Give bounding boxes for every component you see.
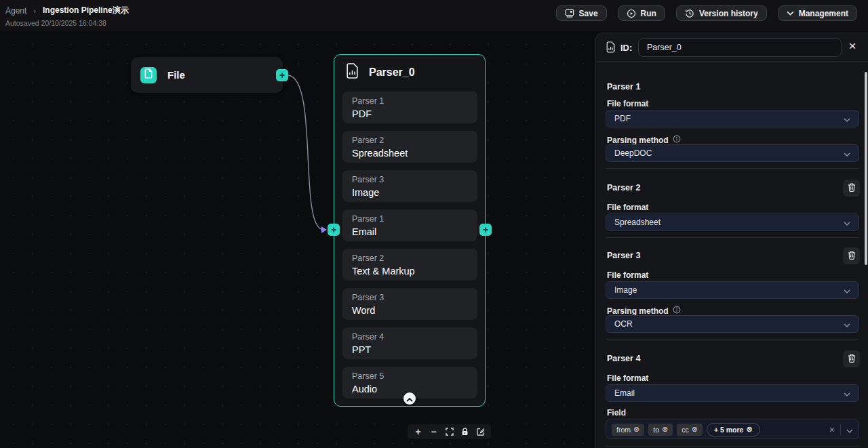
delete-parser2-button[interactable] [843,180,860,197]
file-node-output-handle[interactable]: + [276,69,288,81]
plus-icon: + [331,225,336,235]
section-title-parser-3: Parser 3 [607,251,640,260]
section-title-parser-1: Parser 1 [607,82,640,91]
section-divider [606,446,859,447]
parser-node-header: Parser_0 [345,63,415,81]
trash-icon [848,182,856,195]
file-node[interactable]: File [131,57,283,93]
remove-tag-icon[interactable]: ⊗ [662,425,668,434]
file-node-icon-box [140,67,157,83]
field-multiselect[interactable]: from ⊗ to ⊗ cc ⊗ + 5 more ⊗ × [606,420,859,439]
chevron-down-icon [844,387,850,399]
parsing-method-label: Parsing method [607,306,681,316]
node-id-input[interactable]: Parser_0 [638,38,842,57]
chevron-down-icon[interactable] [846,424,853,436]
parser-item[interactable]: Parser 2 Text & Markup [342,249,477,281]
parser-item[interactable]: Parser 1 Email [342,209,477,241]
remove-tag-icon[interactable]: ⊗ [746,425,752,434]
field-tag-cc[interactable]: cc ⊗ [677,424,703,436]
fit-view-icon[interactable] [443,426,455,438]
collapse-node-button[interactable] [403,392,416,405]
history-icon [685,9,694,18]
field-tag-more[interactable]: + 5 more ⊗ [707,423,760,436]
chevron-down-icon [787,11,794,16]
node-id-label: ID: [620,43,632,53]
run-icon [627,9,636,18]
parser-node[interactable]: Parser_0 Parser 1 PDF Parser 2 Spreadshe… [334,54,486,407]
parser-item[interactable]: Parser 1 PDF [342,91,477,123]
plus-icon: + [483,225,488,235]
separator [840,424,841,435]
breadcrumb-chevron-icon: › [33,7,36,15]
chevron-down-icon [844,216,850,228]
zoom-out-icon[interactable]: − [428,426,439,438]
node-config-panel: ID: Parser_0 × Parser 1 File format PDF … [595,33,868,448]
file-format-select-parser1[interactable]: PDF [606,110,859,127]
file-icon [144,68,153,81]
file-format-label: File format [607,203,648,212]
info-icon[interactable] [673,135,681,145]
breadcrumb-agent[interactable]: Agent [5,6,26,16]
remove-tag-icon[interactable]: ⊗ [633,425,639,434]
parser-node-output-handle[interactable]: + [479,224,492,236]
save-icon [565,9,574,18]
chevron-up-icon [406,392,413,405]
trash-icon [848,250,856,262]
breadcrumb-pipeline-title: Ingestion Pipeline演示 [43,5,129,16]
parser-doc-chart-icon [345,63,359,81]
parsing-method-select-parser1[interactable]: DeepDOC [606,144,859,162]
field-tag-from[interactable]: from ⊗ [612,424,644,436]
field-label: Field [607,408,626,418]
chevron-down-icon [844,318,850,330]
close-icon[interactable]: × [845,39,860,54]
trash-icon [848,353,856,365]
panel-header: ID: Parser_0 × [596,33,868,62]
topbar-actions: Save Run Version history Management [556,5,857,21]
parser-item[interactable]: Parser 4 PPT [342,327,477,359]
delete-parser3-button[interactable] [843,247,860,264]
file-format-select-parser3[interactable]: Image [606,281,859,299]
run-button[interactable]: Run [618,5,665,21]
clear-field-icon[interactable]: × [829,424,835,435]
field-multiselect-controls: × [829,424,853,436]
section-title-parser-2: Parser 2 [607,183,640,192]
top-bar: Agent › Ingestion Pipeline演示 Autosaved 2… [0,0,868,31]
chevron-down-icon [844,284,850,296]
canvas-controls: + − [408,424,491,439]
zoom-in-icon[interactable]: + [412,426,424,438]
parser-node-input-handle[interactable]: + [328,224,340,236]
info-icon[interactable] [673,306,681,316]
autosave-status: Autosaved 20/10/2025 16:04:38 [5,19,106,27]
lock-icon[interactable] [459,426,471,438]
management-button[interactable]: Management [778,5,857,21]
file-format-select-parser4[interactable]: Email [606,384,859,402]
section-divider [606,168,859,169]
edit-note-icon[interactable] [475,426,486,438]
app-window: Agent › Ingestion Pipeline演示 Autosaved 2… [0,0,868,448]
save-button[interactable]: Save [556,5,607,21]
section-title-parser-4: Parser 4 [607,354,640,363]
file-format-label: File format [607,270,648,280]
plus-icon: + [279,70,285,80]
section-divider [606,339,859,340]
remove-tag-icon[interactable]: ⊗ [692,425,698,434]
panel-scrollbar[interactable] [865,72,867,265]
parser-item[interactable]: Parser 2 Spreadsheet [342,131,477,163]
parser-item[interactable]: Parser 3 Word [342,288,477,320]
file-format-select-parser2[interactable]: Spreadsheet [606,213,859,231]
file-format-label: File format [607,99,648,108]
file-node-title: File [167,69,185,81]
parser-node-title: Parser_0 [369,66,415,79]
chevron-down-icon [844,113,850,125]
delete-parser4-button[interactable] [843,350,860,367]
parsing-method-select-parser3[interactable]: OCR [606,315,859,333]
chevron-down-icon [844,147,850,159]
field-tag-to[interactable]: to ⊗ [648,424,673,436]
parser-item[interactable]: Parser 3 Image [342,170,477,202]
panel-doc-chart-icon [606,41,616,56]
version-history-button[interactable]: Version history [676,5,767,21]
section-divider [606,237,859,238]
parsing-method-label: Parsing method [607,135,681,145]
breadcrumb: Agent › Ingestion Pipeline演示 [5,5,129,16]
file-format-label: File format [607,373,648,383]
